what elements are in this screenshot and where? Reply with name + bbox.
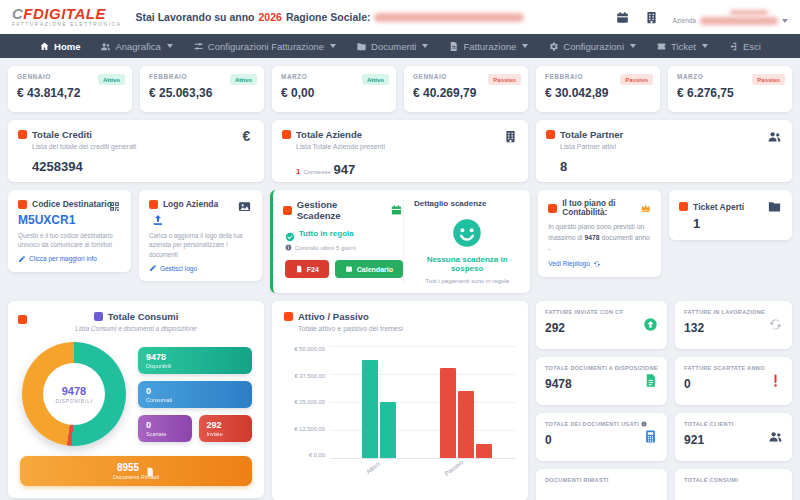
totale-partner-card: Totale Partner Lista Partner attivi 8 [536, 120, 792, 182]
card-title: Totale Partner [560, 129, 623, 140]
chart-subtitle: Totale attivo e passivo dei tremesi [298, 325, 516, 332]
card-title: Totale Crediti [32, 129, 92, 140]
codice-destinatario-value: M5UXCR1 [18, 213, 121, 227]
calendar-icon[interactable] [615, 10, 630, 25]
month-card: FEBBRAIO € 25.063,36 Attivo [140, 66, 264, 112]
crown-icon [640, 200, 652, 216]
mini-card: TOTALE DOCUMENTI A DISPOSIZIONE 9478 [536, 357, 667, 405]
mini-card: TOTALE CLIENTI 921 [675, 413, 792, 461]
x-axis-labels: AttivoPassivo [330, 458, 516, 478]
bar [440, 368, 456, 458]
nav-item-fatturazione[interactable]: Fatturazione [448, 41, 528, 52]
nav-item-esci[interactable]: Esci [728, 41, 761, 52]
codice-destinatario-card: Codice Destinatario M5UXCR1 Questo è il … [8, 190, 131, 272]
app-header: CFDIGITALE FATTURAZIONE ELETTRONICA Stai… [0, 0, 800, 34]
aziende-connected-label: Connesse [303, 169, 330, 175]
working-year: 2026 [259, 11, 282, 23]
nav-item-configurazioni-fatturazione[interactable]: Configurazioni Fatturazione [193, 41, 336, 52]
document-icon [295, 265, 303, 273]
bar-group-passivo [440, 346, 492, 458]
ticket-icon [656, 41, 667, 52]
refresh-icon [768, 317, 783, 332]
smiley-icon [452, 218, 482, 248]
logo-azienda-card: Logo Azienda Carica o aggiorna il logo d… [139, 190, 262, 281]
calendario-button[interactable]: Calendario [335, 260, 403, 278]
aziende-connected-count: 1 [296, 167, 300, 176]
plot-area [330, 346, 516, 458]
header-right: Azienda [615, 10, 789, 25]
status-badge: Passivo [752, 74, 785, 85]
app-logo: CFDIGITALE FATTURAZIONE ELETTRONICA [12, 6, 121, 28]
ticket-aperti-card: Ticket Aperti 1 [669, 190, 792, 240]
status-badge: Passivo [488, 74, 521, 85]
users-icon [100, 41, 111, 52]
gestisci-logo-link[interactable]: Gestisci logo [149, 264, 252, 272]
info-icon [641, 421, 647, 427]
accent-square [18, 315, 27, 324]
gear-icon [548, 41, 559, 52]
chevron-down-icon [330, 44, 336, 48]
piano-contabilita-card: Il tuo piano di Contabilità: In questo p… [538, 190, 661, 277]
status-badge: Attivo [98, 74, 125, 85]
exclamation-icon [768, 373, 783, 388]
consumi-donut-chart: 9478 DISPONIBILI [22, 342, 126, 446]
folder-icon [356, 41, 367, 52]
logo-rest: FDIGITALE [23, 5, 106, 22]
nav-item-configurazioni[interactable]: Configurazioni [548, 41, 636, 52]
codice-info-link[interactable]: Clicca per maggiori info [18, 255, 121, 263]
folder-icon [767, 199, 782, 214]
chevron-down-icon [422, 44, 428, 48]
month-card: MARZO € 6.276,75 Passivo [668, 66, 792, 112]
calendar-icon [390, 203, 403, 217]
vedi-riepilogo-link[interactable]: Vedi Riepilogo [548, 260, 651, 268]
bar [476, 444, 492, 458]
nav-item-anagrafica[interactable]: Anagrafica [100, 41, 172, 52]
mini-card: FATTURE IN LAVORAZIONE 132 [675, 301, 792, 349]
qr-code-icon [108, 199, 121, 212]
month-cards-row: GENNAIO € 43.814,72 Attivo FEBBRAIO € 25… [8, 66, 792, 112]
card-subtitle: Lista del totale dei crediti generati [32, 143, 254, 150]
totale-aziende-card: Totale Aziende Lista Totale Aziende pres… [272, 120, 528, 182]
chevron-down-icon [522, 44, 528, 48]
aziende-total: 947 [333, 162, 355, 177]
chart-title: Attivo / Passivo [298, 311, 369, 322]
company-selector[interactable]: Azienda [673, 10, 789, 25]
accent-square [282, 130, 291, 139]
invoice-icon [448, 41, 459, 52]
month-card: GENNAIO € 43.814,72 Attivo [8, 66, 132, 112]
info-icon [285, 244, 292, 251]
legend-square [94, 312, 103, 321]
redacted-azienda-name [700, 17, 778, 25]
nav-item-documenti[interactable]: Documenti [356, 41, 428, 52]
sliders-icon [193, 41, 204, 52]
ticket-value: 1 [693, 216, 782, 231]
mini-card: TOTALE CONSUMI [675, 469, 792, 500]
consumi-chip-inviate: 292 Inviate [199, 415, 253, 442]
f24-button[interactable]: F24 [285, 260, 329, 278]
totale-crediti-card: Totale Crediti Lista del totale dei cred… [8, 120, 264, 182]
month-card: FEBBRAIO € 30.042,89 Passivo [536, 66, 660, 112]
redacted-user-name [730, 10, 768, 15]
status-badge: Attivo [230, 74, 257, 85]
nav-item-home[interactable]: Home [39, 41, 80, 52]
pencil-icon [18, 255, 26, 263]
card-title: Totale Aziende [296, 129, 362, 140]
working-context-text: Stai Lavorando su anno 2026 Ragione Soci… [135, 11, 524, 23]
month-card: GENNAIO € 40.269,79 Passivo [404, 66, 528, 112]
calculator-icon [643, 429, 658, 444]
accent-square [18, 130, 27, 139]
chevron-down-icon [782, 19, 788, 23]
main-navbar: Home Anagrafica Configurazioni Fatturazi… [0, 34, 800, 58]
consumi-column: Totale Consumi Lista Consumi e documenti… [8, 301, 264, 500]
documenti-rimasti-bar: 8955 Documenti Rimasti [20, 456, 252, 486]
card-subtitle: Lista Partner attivi [560, 143, 782, 150]
upload-icon[interactable] [151, 213, 165, 227]
partner-value: 8 [560, 159, 782, 174]
mini-card: TOTALE DEI DOCUMENTI USATI 0 [536, 413, 667, 461]
building-icon[interactable] [644, 10, 659, 25]
bar [458, 391, 474, 458]
nav-item-ticket[interactable]: Ticket [656, 41, 708, 52]
mini-card: FATTURE INVIATE CON CF 292 [536, 301, 667, 349]
logo-head: C [12, 5, 23, 22]
document-icon [145, 463, 155, 473]
